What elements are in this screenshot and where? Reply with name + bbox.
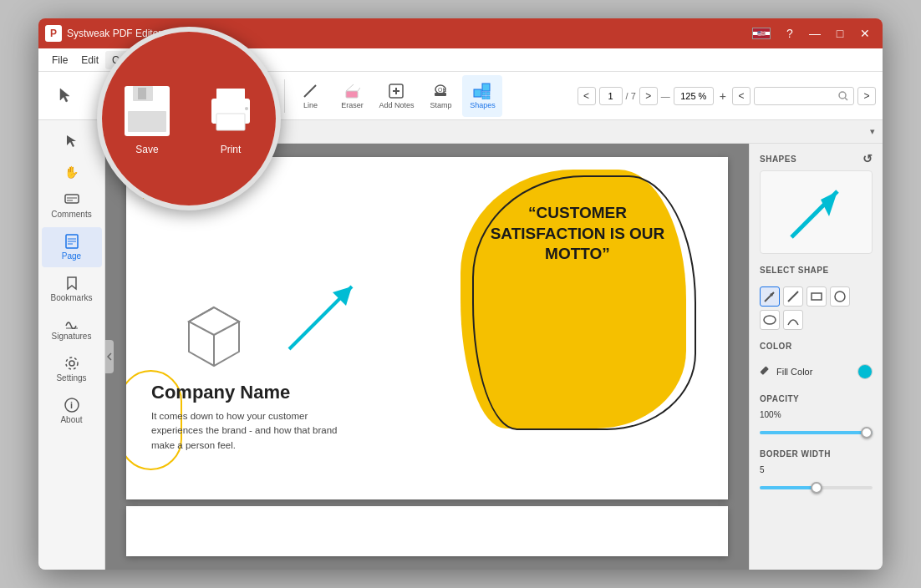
save-label: Save	[135, 144, 158, 155]
company-name: Company Name	[151, 382, 290, 403]
sidebar-item-signatures[interactable]: Signatures	[42, 311, 102, 347]
line-icon	[302, 83, 318, 99]
fill-color-row: Fill Color	[750, 361, 883, 383]
magnify-content: Save Print	[102, 32, 276, 205]
page-separator: / 7	[626, 91, 636, 101]
zoom-dash: —	[661, 91, 670, 101]
right-panel: SHAPES ↺ SELECT SHAPE	[749, 144, 883, 570]
opacity-label: OPACITY	[760, 394, 873, 403]
shape-selector	[750, 286, 883, 337]
hand-icon: ✋	[64, 164, 79, 179]
tab-dropdown-button[interactable]: ▾	[866, 125, 879, 139]
save-icon-large[interactable]: Save	[118, 82, 176, 155]
svg-rect-19	[482, 84, 490, 91]
svg-rect-55	[128, 111, 166, 132]
shape-line-option[interactable]	[783, 286, 803, 307]
shapes-panel-header: SHAPES ↺	[750, 144, 883, 170]
svg-rect-21	[486, 92, 490, 95]
sidebar-about-label: About	[60, 415, 82, 424]
shape-arc-option[interactable]	[783, 310, 803, 330]
svg-rect-60	[245, 107, 248, 110]
svg-line-11	[358, 88, 360, 91]
line-button[interactable]: Line	[290, 75, 330, 117]
sidebar-item-page[interactable]: Page	[42, 227, 102, 267]
close-button[interactable]: ✕	[854, 23, 876, 44]
next-page-button[interactable]: >	[639, 87, 658, 105]
svg-marker-40	[189, 307, 239, 335]
chevron-left-icon	[107, 352, 112, 361]
border-width-slider-track[interactable]	[760, 486, 873, 489]
pencil-icon	[760, 366, 771, 378]
border-width-label: BORDER WIDTH	[760, 449, 873, 459]
sidebar-item-settings[interactable]: Settings	[42, 349, 102, 389]
shape-rect-option[interactable]	[807, 286, 827, 307]
add-notes-label: Add Notes	[379, 101, 414, 109]
border-width-section: BORDER WIDTH 5	[750, 444, 883, 483]
menu-edit[interactable]: Edit	[74, 51, 105, 69]
search-box[interactable]	[754, 87, 854, 105]
settings-icon	[64, 356, 79, 371]
company-desc: It comes down to how your customerexperi…	[151, 409, 337, 454]
svg-rect-27	[65, 195, 79, 203]
svg-rect-23	[486, 96, 490, 99]
svg-point-51	[764, 316, 776, 324]
svg-line-48	[788, 291, 798, 302]
shape-arrow-option[interactable]	[760, 286, 780, 307]
menu-file[interactable]: File	[45, 51, 74, 69]
svg-rect-22	[482, 96, 486, 99]
prev-page-button[interactable]: <	[578, 87, 596, 105]
svg-point-36	[66, 357, 78, 369]
sidebar-item-hand[interactable]: ✋	[42, 157, 102, 185]
svg-line-10	[346, 84, 354, 91]
sidebar-item-about[interactable]: i About	[42, 391, 102, 431]
svg-text:✋: ✋	[64, 165, 79, 179]
about-icon: i	[64, 398, 79, 413]
sidebar-item-select[interactable]	[42, 127, 102, 155]
select-tool-button[interactable]	[45, 75, 85, 117]
eraser-icon	[343, 83, 360, 99]
teal-arrow	[281, 274, 364, 361]
page-nav-right-button[interactable]: >	[857, 87, 876, 105]
add-notes-button[interactable]: Add Notes	[374, 75, 419, 117]
sidebar-settings-label: Settings	[56, 373, 86, 383]
opacity-slider-thumb[interactable]	[861, 427, 873, 438]
shapes-panel-title: SHAPES	[760, 155, 796, 164]
zoom-plus[interactable]: +	[717, 89, 729, 103]
svg-text:i: i	[70, 400, 73, 410]
app-logo: P	[45, 25, 62, 42]
maximize-button[interactable]: □	[829, 23, 851, 44]
fill-color-swatch[interactable]	[857, 364, 873, 379]
stamp-label: Stamp	[430, 101, 451, 109]
collapse-handle[interactable]	[105, 340, 114, 373]
bookmarks-icon	[65, 276, 79, 291]
minimize-button[interactable]: —	[804, 23, 826, 44]
app-window: P Systweak PDF Editor 🇺🇸 ? — □ ✕ File Ed…	[38, 18, 883, 570]
sidebar-page-label: Page	[62, 251, 81, 261]
shapes-button[interactable]: Shapes	[462, 75, 502, 117]
current-page-input[interactable]	[599, 87, 623, 105]
help-button[interactable]: ?	[779, 23, 801, 44]
opacity-slider-track[interactable]	[760, 431, 873, 434]
eraser-label: Eraser	[341, 101, 364, 109]
opacity-section: OPACITY 100%	[750, 389, 883, 428]
sidebar-item-bookmarks[interactable]: Bookmarks	[42, 269, 102, 309]
refresh-icon[interactable]: ↺	[862, 152, 873, 165]
stamp-button[interactable]: OK Stamp	[420, 75, 460, 117]
zoom-input[interactable]	[674, 87, 714, 105]
language-flag[interactable]: 🇺🇸	[752, 28, 771, 39]
logo-text: P	[50, 28, 57, 39]
svg-rect-56	[138, 88, 146, 99]
select-shape-section: SELECT SHAPE	[750, 261, 883, 286]
border-width-slider-thumb[interactable]	[811, 482, 822, 494]
page-nav-left-button[interactable]: <	[732, 87, 751, 105]
print-icon-large[interactable]: Print	[201, 82, 260, 155]
window-controls: 🇺🇸 ? — □ ✕	[752, 23, 876, 44]
svg-rect-18	[474, 89, 481, 97]
svg-rect-9	[346, 91, 358, 98]
signatures-icon	[64, 317, 79, 329]
opacity-value: 100%	[760, 410, 781, 419]
shape-circle-option[interactable]	[830, 286, 850, 307]
shape-ellipse-option[interactable]	[760, 310, 780, 330]
sidebar-item-comments[interactable]: Comments	[42, 187, 102, 226]
eraser-button[interactable]: Eraser	[332, 75, 372, 117]
